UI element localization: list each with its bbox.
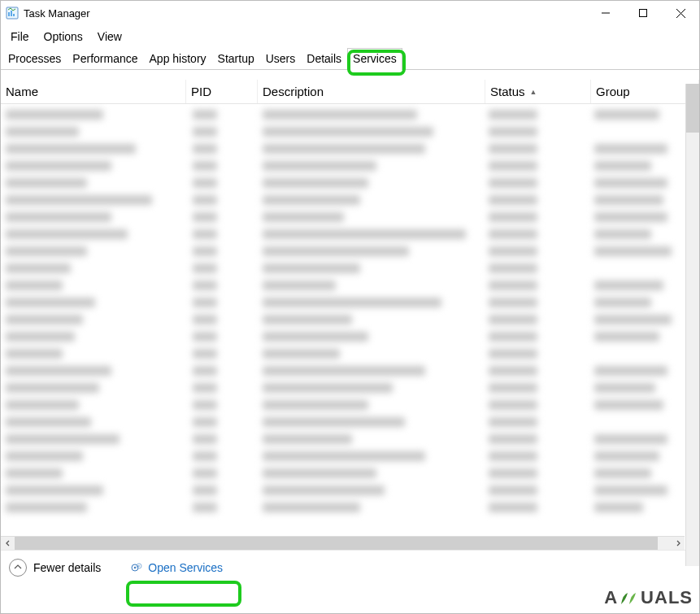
table-row[interactable] xyxy=(1,106,699,123)
table-row[interactable] xyxy=(1,242,699,259)
svg-rect-1 xyxy=(8,12,10,16)
tab-startup[interactable]: Startup xyxy=(212,48,260,70)
scroll-right-arrow-icon[interactable] xyxy=(671,537,685,551)
maximize-button[interactable] xyxy=(624,1,662,25)
services-table: Name PID Description Status ▲ Group xyxy=(1,70,699,550)
table-row[interactable] xyxy=(1,140,699,157)
svg-rect-3 xyxy=(13,14,15,16)
horizontal-scrollbar[interactable] xyxy=(1,536,685,550)
table-row[interactable] xyxy=(1,499,699,516)
vertical-scrollbar[interactable] xyxy=(685,84,699,566)
column-header-name[interactable]: Name xyxy=(1,80,186,103)
column-header-status[interactable]: Status ▲ xyxy=(485,80,591,103)
tab-users[interactable]: Users xyxy=(260,48,302,70)
column-header-pid[interactable]: PID xyxy=(186,80,258,103)
vscroll-thumb[interactable] xyxy=(686,84,699,133)
column-header-status-label: Status xyxy=(490,85,525,98)
taskmanager-icon xyxy=(6,7,19,20)
table-row[interactable] xyxy=(1,379,699,396)
footer: Fewer details Open Services xyxy=(1,550,699,584)
table-row[interactable] xyxy=(1,413,699,430)
table-row[interactable] xyxy=(1,157,699,174)
tab-details[interactable]: Details xyxy=(301,48,347,70)
hscroll-track[interactable] xyxy=(15,537,671,550)
tab-processes[interactable]: Processes xyxy=(2,48,67,70)
hscroll-thumb[interactable] xyxy=(15,537,658,550)
column-headers: Name PID Description Status ▲ Group xyxy=(1,80,699,104)
watermark-brand: A UALS xyxy=(604,587,693,608)
tab-services[interactable]: Services xyxy=(347,48,402,70)
table-row[interactable] xyxy=(1,464,699,481)
tab-app-history[interactable]: App history xyxy=(144,48,212,70)
table-row[interactable] xyxy=(1,277,699,294)
window-title: Task Manager xyxy=(24,7,587,20)
close-button[interactable] xyxy=(662,1,699,25)
table-row[interactable] xyxy=(1,259,699,277)
column-header-group[interactable]: Group xyxy=(591,80,699,103)
table-row[interactable] xyxy=(1,362,699,379)
window-controls xyxy=(587,1,699,25)
tab-strip: Processes Performance App history Startu… xyxy=(1,48,699,70)
menu-view[interactable]: View xyxy=(91,27,128,46)
fewer-details-button[interactable]: Fewer details xyxy=(9,559,101,577)
open-services-label: Open Services xyxy=(148,561,223,574)
column-header-description[interactable]: Description xyxy=(258,80,485,103)
open-services-link[interactable]: Open Services xyxy=(124,558,229,577)
table-row[interactable] xyxy=(1,123,699,140)
table-row[interactable] xyxy=(1,174,699,191)
table-row[interactable] xyxy=(1,345,699,362)
table-row[interactable] xyxy=(1,311,699,328)
table-rows-blurred xyxy=(1,104,699,516)
chevron-up-icon xyxy=(9,559,27,577)
table-row[interactable] xyxy=(1,225,699,242)
table-row[interactable] xyxy=(1,481,699,499)
table-row[interactable] xyxy=(1,396,699,413)
menubar: File Options View xyxy=(1,25,699,48)
table-row[interactable] xyxy=(1,208,699,225)
table-row[interactable] xyxy=(1,294,699,311)
scroll-left-arrow-icon[interactable] xyxy=(1,537,15,551)
titlebar: Task Manager xyxy=(1,1,699,25)
menu-file[interactable]: File xyxy=(4,27,36,46)
fewer-details-label: Fewer details xyxy=(33,561,101,574)
table-row[interactable] xyxy=(1,191,699,208)
table-row[interactable] xyxy=(1,430,699,447)
table-row[interactable] xyxy=(1,328,699,345)
menu-options[interactable]: Options xyxy=(37,27,89,46)
tab-performance[interactable]: Performance xyxy=(67,48,143,70)
svg-point-9 xyxy=(134,566,136,568)
svg-rect-2 xyxy=(11,11,12,16)
table-row[interactable] xyxy=(1,447,699,464)
sort-indicator-icon: ▲ xyxy=(530,88,537,96)
svg-rect-5 xyxy=(640,10,647,17)
minimize-button[interactable] xyxy=(587,1,624,25)
annotation-highlight-open-services xyxy=(126,581,241,607)
svg-point-11 xyxy=(138,565,140,567)
gear-icon xyxy=(130,561,143,574)
